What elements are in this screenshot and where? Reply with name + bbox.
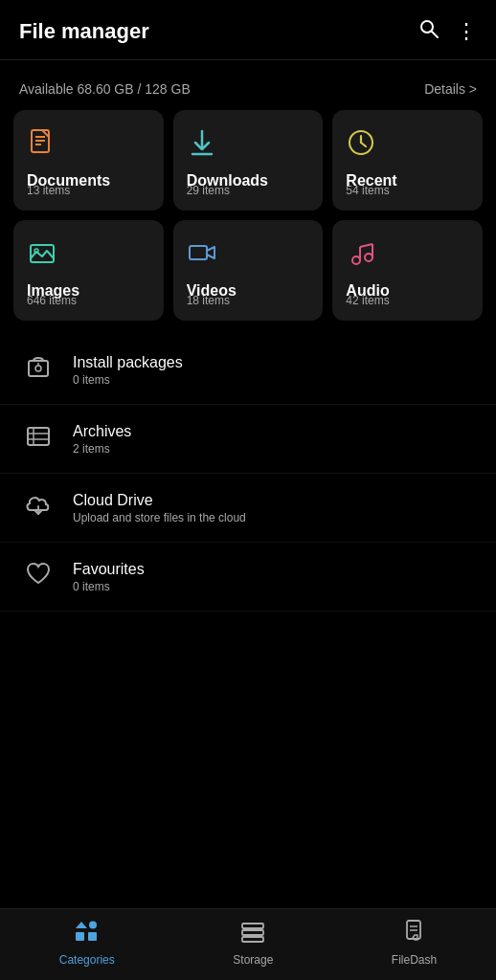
list-item-favourites[interactable]: Favourites 0 items	[0, 543, 496, 612]
list-item-install-packages[interactable]: Install packages 0 items	[0, 336, 496, 405]
audio-icon	[346, 237, 469, 273]
svg-rect-30	[88, 932, 97, 941]
header-divider	[0, 59, 496, 60]
documents-icon	[27, 127, 150, 163]
details-link[interactable]: Details >	[424, 81, 477, 97]
categories-nav-icon	[75, 919, 100, 949]
videos-count: 18 items	[187, 294, 310, 307]
svg-point-14	[352, 256, 360, 264]
svg-marker-27	[76, 922, 87, 928]
svg-point-28	[89, 922, 97, 929]
storage-nav-icon	[240, 919, 265, 949]
install-packages-label: Install packages	[73, 354, 183, 371]
list-item-archives[interactable]: Archives 2 items	[0, 405, 496, 474]
images-icon	[27, 237, 150, 273]
categories-nav-label: Categories	[59, 953, 115, 967]
install-packages-icon	[21, 351, 56, 389]
favourites-label: Favourites	[73, 561, 145, 578]
cloud-drive-icon	[21, 489, 56, 526]
favourites-icon	[21, 558, 56, 595]
downloads-icon	[187, 127, 310, 163]
more-options-icon[interactable]: ⋮	[456, 19, 477, 44]
svg-line-10	[361, 143, 366, 146]
recent-icon	[346, 127, 469, 163]
cloud-drive-text: Cloud Drive Upload and store files in th…	[73, 492, 246, 524]
svg-point-20	[35, 366, 41, 371]
svg-point-15	[365, 254, 372, 261]
app-title: File manager	[19, 19, 149, 44]
svg-rect-31	[242, 924, 263, 928]
svg-line-1	[432, 32, 439, 38]
svg-rect-33	[242, 937, 263, 942]
svg-rect-32	[242, 930, 263, 935]
category-grid: Documents 13 items Downloads 29 items	[0, 110, 496, 330]
app-header: File manager ⋮	[0, 0, 496, 59]
grid-card-downloads[interactable]: Downloads 29 items	[173, 110, 324, 211]
storage-text: Available 68.60 GB / 128 GB	[19, 81, 191, 97]
cloud-drive-sub: Upload and store files in the cloud	[73, 511, 246, 524]
cloud-drive-label: Cloud Drive	[73, 492, 246, 509]
bottom-navigation: Categories Storage FileDash	[0, 908, 496, 980]
grid-card-videos[interactable]: Videos 18 items	[173, 220, 324, 321]
filedash-nav-icon	[402, 919, 427, 949]
filedash-nav-label: FileDash	[392, 953, 437, 967]
nav-categories[interactable]: Categories	[59, 919, 115, 967]
header-actions: ⋮	[417, 17, 477, 46]
svg-rect-13	[190, 246, 207, 259]
storage-info: Available 68.60 GB / 128 GB Details >	[0, 70, 496, 110]
svg-rect-22	[28, 428, 49, 445]
install-packages-text: Install packages 0 items	[73, 354, 183, 387]
grid-card-documents[interactable]: Documents 13 items	[13, 110, 164, 211]
storage-nav-label: Storage	[233, 953, 273, 967]
recent-count: 54 items	[346, 184, 469, 197]
search-icon[interactable]	[417, 17, 440, 46]
audio-count: 42 items	[346, 294, 469, 307]
list-section: Install packages 0 items Archives 2 item…	[0, 330, 496, 612]
archives-label: Archives	[73, 423, 131, 440]
archives-text: Archives 2 items	[73, 423, 131, 456]
grid-card-recent[interactable]: Recent 54 items	[332, 110, 483, 211]
install-packages-count: 0 items	[73, 373, 183, 387]
grid-card-audio[interactable]: Audio 42 items	[332, 220, 483, 321]
svg-rect-29	[76, 932, 84, 941]
archives-count: 2 items	[73, 442, 131, 456]
archives-icon	[21, 420, 56, 457]
grid-card-images[interactable]: Images 646 items	[13, 220, 164, 321]
svg-line-18	[360, 244, 372, 247]
list-item-cloud-drive[interactable]: Cloud Drive Upload and store files in th…	[0, 474, 496, 543]
favourites-count: 0 items	[73, 580, 145, 593]
nav-storage[interactable]: Storage	[233, 919, 273, 967]
nav-filedash[interactable]: FileDash	[392, 919, 437, 967]
images-count: 646 items	[27, 294, 150, 307]
favourites-text: Favourites 0 items	[73, 561, 145, 593]
videos-icon	[187, 237, 310, 273]
